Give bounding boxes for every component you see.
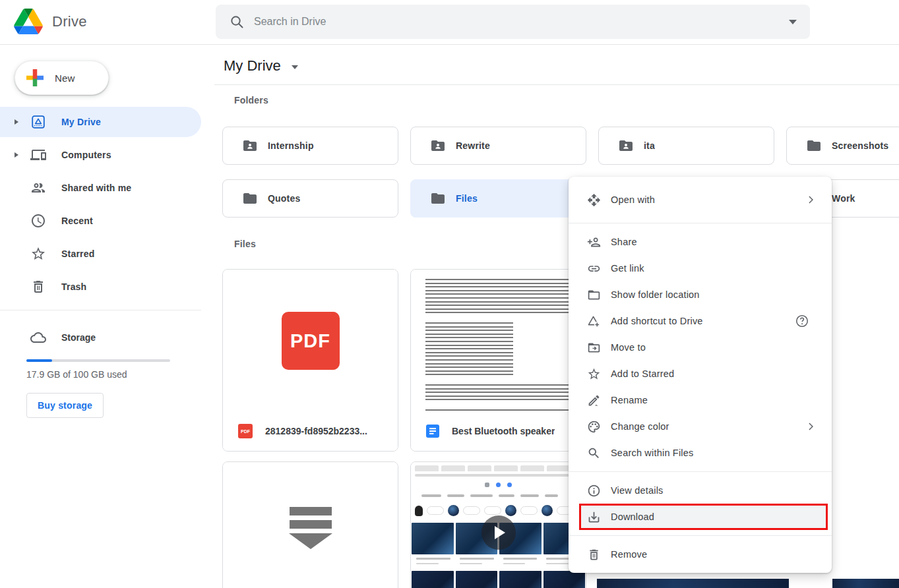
menu-item-remove[interactable]: Remove — [569, 541, 832, 568]
shared-folder-icon — [618, 138, 634, 154]
menu-item-label: Change color — [611, 421, 669, 432]
hidden-file-thumbnail-fragment — [832, 579, 899, 588]
hidden-file-thumbnail-fragment — [597, 579, 789, 588]
menu-item-share[interactable]: Share — [569, 229, 832, 255]
menu-item-label: Rename — [611, 395, 648, 405]
menu-item-rename[interactable]: Rename — [569, 387, 832, 413]
move-to-icon — [587, 341, 601, 355]
menu-item-add-shortcut-to-drive[interactable]: Add shortcut to Drive — [569, 308, 832, 334]
folder-card-screenshots[interactable]: Screenshots — [786, 127, 899, 165]
search-input[interactable] — [254, 16, 782, 28]
google-docs-icon — [426, 425, 439, 438]
menu-item-label: Add shortcut to Drive — [611, 316, 703, 326]
menu-item-download-highlighted[interactable]: Download — [579, 504, 828, 530]
menu-item-show-folder-location[interactable]: Show folder location — [569, 281, 832, 308]
menu-item-label: Open with — [611, 194, 655, 205]
shared-folder-icon — [430, 138, 446, 154]
buy-storage-button[interactable]: Buy storage — [26, 393, 104, 418]
download-glyph-icon — [289, 507, 332, 549]
storage-progress-fill — [26, 359, 52, 362]
google-plus-icon — [24, 67, 46, 88]
folder-card-files-selected[interactable]: Files — [410, 179, 586, 218]
shared-with-me-icon — [30, 180, 46, 196]
file-card-archive[interactable] — [222, 461, 398, 588]
star-icon — [30, 246, 46, 262]
folder-icon — [430, 191, 446, 206]
search-icon — [587, 446, 601, 460]
related-chips — [415, 505, 586, 516]
file-name: Best Bluetooth speaker — [452, 426, 555, 436]
trash-icon — [30, 279, 46, 295]
expand-arrow-icon[interactable] — [15, 152, 30, 158]
document-preview — [411, 270, 586, 411]
expand-arrow-icon[interactable] — [15, 119, 30, 125]
computers-icon — [30, 147, 46, 163]
folders-section-label: Folders — [234, 95, 268, 105]
file-name: 2812839-fd8952b2233... — [265, 426, 367, 436]
new-button[interactable]: New — [15, 61, 109, 95]
folder-name: Rewrite — [456, 140, 490, 151]
sidebar-item-recent[interactable]: Recent — [0, 206, 201, 236]
sidebar-item-trash[interactable]: Trash — [0, 272, 201, 302]
storage-progress-bar — [26, 359, 170, 362]
menu-item-change-color[interactable]: Change color — [569, 413, 832, 440]
menu-item-open-with[interactable]: Open with — [569, 185, 832, 215]
menu-item-label: Get link — [611, 263, 644, 274]
drive-logo-icon — [14, 9, 43, 34]
sidebar-item-label: Shared with me — [61, 183, 131, 193]
folder-card-quotes[interactable]: Quotes — [222, 179, 398, 218]
search-options-caret-icon[interactable] — [789, 20, 797, 24]
sidebar-divider — [0, 310, 201, 310]
sidebar-item-my-drive[interactable]: My Drive — [0, 107, 201, 137]
open-with-icon — [587, 193, 601, 207]
sidebar-item-storage[interactable]: Storage — [15, 324, 96, 351]
sidebar-item-label: Computers — [61, 150, 111, 160]
sidebar-item-starred[interactable]: Starred — [0, 239, 201, 269]
top-bar: Drive — [0, 0, 899, 45]
folder-name: Work — [832, 193, 855, 204]
sidebar-item-label: Trash — [61, 281, 86, 292]
chevron-right-icon — [804, 420, 817, 433]
menu-item-move-to[interactable]: Move to — [569, 334, 832, 361]
sidebar-item-label: Recent — [61, 216, 93, 226]
search-filters — [421, 494, 586, 497]
page-title: My Drive — [224, 57, 281, 74]
page-title-dropdown[interactable]: My Drive — [224, 57, 298, 74]
help-icon[interactable] — [795, 314, 809, 328]
file-card-pdf[interactable]: PDF PDF 2812839-fd8952b2233... — [222, 269, 398, 452]
search-controls — [411, 483, 586, 487]
folder-name: Files — [456, 193, 478, 204]
storage-usage-text: 17.9 GB of 100 GB used — [26, 369, 127, 380]
file-card-document[interactable]: Best Bluetooth speaker — [410, 269, 586, 452]
google-drive-window: Drive New — [0, 0, 899, 588]
sidebar-item-computers[interactable]: Computers — [0, 140, 201, 170]
pdf-icon: PDF — [238, 424, 253, 438]
star-icon — [587, 367, 601, 381]
menu-item-label: Move to — [611, 342, 646, 353]
folder-card-internship[interactable]: Internship — [222, 127, 398, 165]
search-bar[interactable] — [216, 5, 810, 39]
new-button-label: New — [55, 73, 75, 84]
menu-item-get-link[interactable]: Get link — [569, 255, 832, 281]
pdf-icon: PDF — [282, 312, 340, 370]
folder-icon — [806, 138, 822, 154]
file-footer: PDF 2812839-fd8952b2233... — [223, 411, 398, 452]
menu-item-label: Remove — [611, 549, 647, 560]
drive-logo[interactable]: Drive — [14, 9, 87, 34]
menu-item-view-details[interactable]: View details — [569, 477, 832, 504]
sidebar-item-label: Starred — [61, 249, 94, 259]
menu-item-add-to-starred[interactable]: Add to Starred — [569, 361, 832, 387]
pdf-preview: PDF — [223, 270, 398, 411]
folder-name: Screenshots — [832, 140, 888, 151]
app-name: Drive — [52, 13, 87, 30]
sidebar-item-shared-with-me[interactable]: Shared with me — [0, 173, 201, 203]
my-drive-icon — [30, 114, 46, 130]
search-icon[interactable] — [229, 14, 245, 30]
chevron-right-icon — [804, 193, 817, 206]
browser-tabs-strip — [411, 462, 586, 471]
pencil-icon — [587, 394, 601, 407]
menu-item-search-within-files[interactable]: Search within Files — [569, 440, 832, 466]
folder-card-rewrite[interactable]: Rewrite — [410, 127, 586, 165]
file-card-video[interactable] — [410, 461, 586, 588]
folder-card-ita[interactable]: ita — [598, 127, 774, 165]
